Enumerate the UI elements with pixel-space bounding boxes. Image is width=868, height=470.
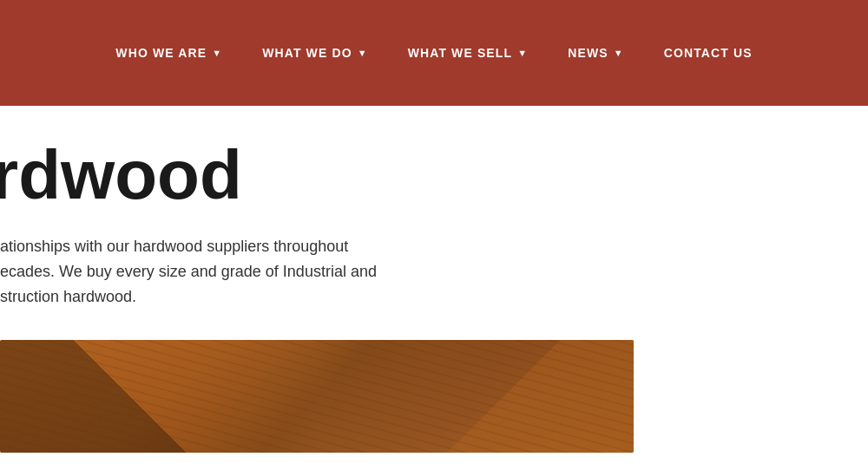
nav-item-news[interactable]: NEWS ▼ [552, 37, 640, 69]
chevron-down-icon: ▼ [212, 48, 222, 58]
hero-description-line2: ecades. We buy every size and grade of I… [0, 263, 377, 280]
nav-label-what-we-do: WHAT WE DO [262, 46, 352, 60]
nav-label-news: NEWS [568, 46, 608, 60]
chevron-down-icon: ▼ [614, 48, 624, 58]
chevron-down-icon: ▼ [358, 48, 368, 58]
hero-description-line3: struction hardwood. [0, 288, 136, 305]
nav-item-contact-us[interactable]: CONTACT US [648, 37, 768, 69]
chevron-down-icon: ▼ [517, 48, 528, 58]
nav-item-what-we-sell[interactable]: WHAT WE SELL ▼ [392, 37, 544, 69]
hero-description-line1: ationships with our hardwood suppliers t… [0, 238, 348, 255]
nav-item-what-we-do[interactable]: WHAT WE DO ▼ [247, 37, 384, 69]
nav-label-contact-us: CONTACT US [664, 46, 753, 60]
page-title: rdwood [0, 140, 868, 210]
nav-items-container: WHO WE ARE ▼ WHAT WE DO ▼ WHAT WE SELL ▼… [100, 37, 767, 69]
nav-label-who-we-are: WHO WE ARE [115, 46, 207, 60]
hero-image [0, 340, 634, 453]
main-content: rdwood ationships with our hardwood supp… [0, 106, 868, 453]
hero-description: ationships with our hardwood suppliers t… [0, 234, 486, 309]
nav-label-what-we-sell: WHAT WE SELL [408, 46, 513, 60]
main-navigation: WHO WE ARE ▼ WHAT WE DO ▼ WHAT WE SELL ▼… [0, 0, 868, 106]
nav-item-who-we-are[interactable]: WHO WE ARE ▼ [100, 37, 238, 69]
